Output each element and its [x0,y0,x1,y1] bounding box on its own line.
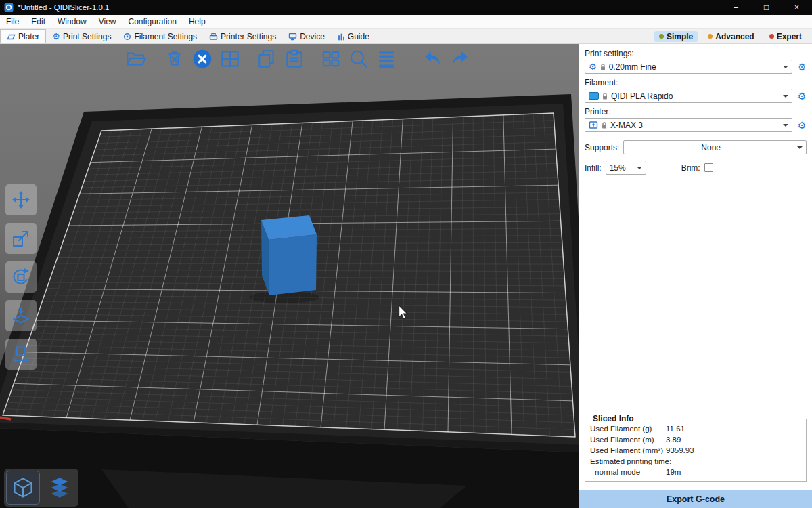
sliced-info-row-label: - normal mode [590,468,666,476]
supports-combo[interactable]: None [623,140,807,154]
paste-icon [284,48,305,70]
expert-mode-dot-icon [769,34,774,39]
sliced-info-row-label: Estimated printing time: [590,457,666,465]
mode-simple-label: Simple [667,32,693,41]
sliced-info-row-label: Used Filament (m) [590,436,666,444]
rotate-tool-button[interactable] [5,261,37,293]
menu-item-window[interactable]: Window [51,15,93,28]
sliced-info-row-value: 3.89 [666,436,801,444]
tab-plater[interactable]: Plater [0,29,46,43]
tab-print-settings[interactable]: ⚙ Print Settings [46,29,117,43]
close-button[interactable]: × [782,0,812,15]
gear-icon: ⚙ [52,32,60,41]
sliced-info-row-value: 11.61 [666,425,801,433]
open-button[interactable] [123,47,148,71]
arrange-icon [219,48,241,70]
chevron-down-icon [797,146,803,152]
viewport-3d[interactable] [0,44,579,508]
trash-icon [164,48,185,70]
printer-combo[interactable]: X-MAX 3 [585,118,792,132]
tab-printer-settings[interactable]: Printer Settings [203,29,282,43]
copy-button[interactable] [254,47,279,71]
mode-advanced-label: Advanced [715,32,754,41]
chevron-down-icon [783,95,788,100]
paste-button[interactable] [282,47,307,71]
brim-checkbox[interactable] [704,163,713,172]
variable-layer-height-icon [376,48,397,70]
redo-button[interactable] [448,47,472,71]
menu-item-view[interactable]: View [93,15,122,28]
model-cube[interactable] [261,215,317,295]
filament-gear-button[interactable]: ⚙ [794,91,809,102]
infill-combo[interactable]: 15% [606,161,646,175]
layers-icon [48,476,71,499]
tab-filament-settings[interactable]: Filament Settings [117,29,203,43]
move-icon [11,190,31,210]
sliced-info-row-label: Used Filament (mm³) [590,446,666,454]
tabbar: Plater ⚙ Print Settings Filament Setting… [0,29,812,44]
tab-printer-settings-label: Printer Settings [221,32,276,41]
viewport-toolbar [123,47,472,71]
chevron-down-icon [783,124,788,129]
lock-icon [600,63,606,71]
print-settings-value: 0.20mm Fine [609,62,780,72]
undo-button[interactable] [420,47,445,71]
lock-icon [601,121,608,129]
chevron-down-icon [637,167,642,172]
mouse-cursor [398,305,409,322]
device-monitor-icon [288,33,297,41]
filament-label: Filament: [585,78,807,87]
filament-icon [123,33,131,41]
flatten-tool-button[interactable] [5,300,37,331]
print-settings-gear-button[interactable]: ⚙ [794,62,809,72]
place-on-face-icon [11,305,31,326]
mode-advanced[interactable]: Advanced [703,31,759,42]
menu-item-configuration[interactable]: Configuration [122,15,183,28]
minimize-button[interactable]: – [721,0,751,15]
tab-filament-settings-label: Filament Settings [134,32,197,41]
rotate-icon [11,267,31,287]
window-title: *Untitled - QIDISlicer-1.0.1 [18,3,721,12]
titlebar: *Untitled - QIDISlicer-1.0.1 – □ × [0,0,812,15]
view-switch-bar [4,469,78,507]
supports-label: Supports: [585,143,619,152]
mode-simple[interactable]: Simple [654,31,698,42]
arrange-button[interactable] [218,47,242,71]
delete-button[interactable] [162,47,187,71]
measure-tool-button[interactable] [5,339,37,370]
menu-item-help[interactable]: Help [183,15,212,28]
delete-all-icon [191,48,213,70]
copy-icon [256,48,277,70]
move-tool-button[interactable] [5,184,37,215]
split-icon [320,48,342,70]
sliced-info-row-value [666,457,801,465]
printer-icon [589,121,598,129]
layer-height-button[interactable] [374,47,399,71]
printer-icon [209,33,218,41]
editor-view-button[interactable] [6,471,40,505]
export-gcode-button[interactable]: Export G-code [579,490,812,508]
filament-combo[interactable]: QIDI PLA Rapido [585,89,792,103]
print-settings-label: Print settings: [585,49,807,58]
scale-icon [11,228,31,249]
menu-item-edit[interactable]: Edit [25,15,51,28]
sliced-info-row-value: 19m [666,468,801,476]
preview-view-button[interactable] [43,471,76,505]
printer-gear-button[interactable]: ⚙ [794,120,809,131]
mode-expert[interactable]: Expert [765,31,807,42]
print-bed-canvas [0,44,579,508]
tab-guide[interactable]: Guide [331,29,376,43]
sliced-info-title: Sliced Info [590,414,637,423]
tab-print-settings-label: Print Settings [63,32,111,41]
cube-wireframe-icon [12,476,35,499]
delete-all-button[interactable] [190,47,215,71]
menu-item-file[interactable]: File [0,15,25,28]
filament-color-swatch [589,92,599,100]
tab-device[interactable]: Device [282,29,331,43]
maximize-button[interactable]: □ [751,0,782,15]
scale-tool-button[interactable] [5,223,37,254]
infill-label: Infill: [585,163,602,173]
print-settings-combo[interactable]: ⚙ 0.20mm Fine [585,60,792,74]
split-button[interactable] [319,47,343,71]
search-button[interactable] [346,47,371,71]
